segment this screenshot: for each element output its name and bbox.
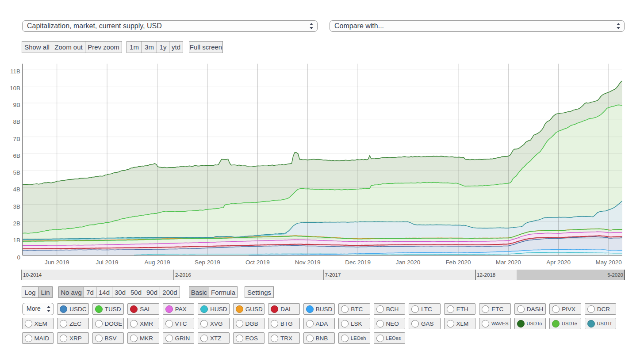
- svg-text:3B: 3B: [13, 203, 20, 210]
- svg-text:Jul 2019: Jul 2019: [96, 259, 119, 266]
- svg-text:4B: 4B: [13, 186, 20, 193]
- svg-text:8B: 8B: [13, 118, 20, 125]
- svg-text:10B: 10B: [10, 85, 20, 91]
- svg-text:0: 0: [17, 254, 20, 261]
- svg-text:Aug 2019: Aug 2019: [145, 259, 170, 266]
- svg-text:6B: 6B: [13, 152, 20, 159]
- svg-text:Dec 2019: Dec 2019: [345, 259, 371, 266]
- svg-text:Mar 2020: Mar 2020: [496, 259, 521, 266]
- svg-text:1B: 1B: [13, 237, 20, 244]
- svg-text:Jan 2020: Jan 2020: [396, 259, 421, 266]
- svg-text:9B: 9B: [13, 102, 20, 108]
- svg-text:Feb 2020: Feb 2020: [445, 259, 471, 266]
- svg-text:Oct 2019: Oct 2019: [245, 259, 270, 266]
- svg-text:Jun 2019: Jun 2019: [45, 259, 69, 266]
- svg-text:Nov 2019: Nov 2019: [295, 259, 321, 266]
- svg-text:Apr 2020: Apr 2020: [546, 259, 571, 266]
- svg-text:Sep 2019: Sep 2019: [195, 259, 220, 266]
- svg-text:11B: 11B: [10, 68, 20, 75]
- svg-text:5B: 5B: [13, 169, 20, 176]
- svg-text:May 2020: May 2020: [595, 259, 621, 266]
- svg-text:7B: 7B: [13, 136, 20, 142]
- svg-text:2B: 2B: [13, 220, 20, 227]
